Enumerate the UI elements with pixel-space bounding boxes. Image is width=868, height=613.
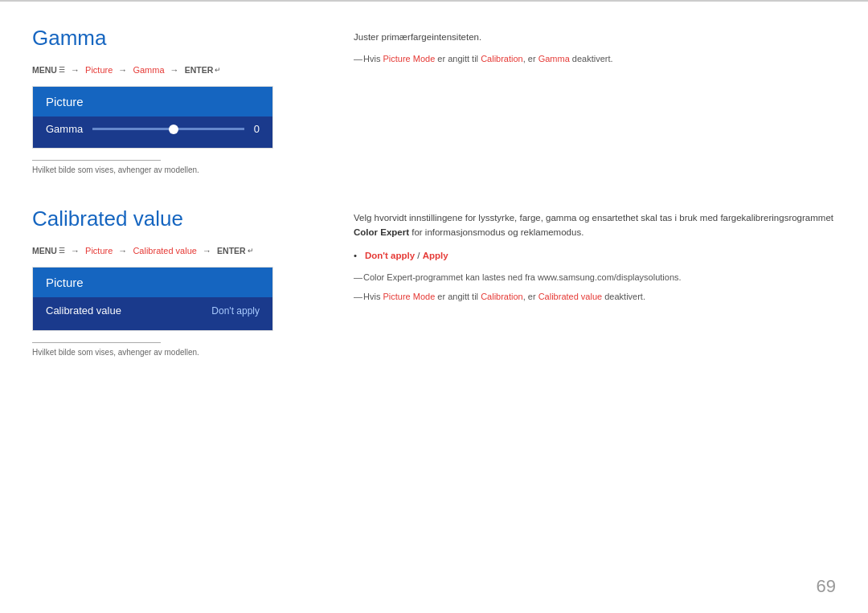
calibrated-bullet-list: Don't apply / Apply bbox=[354, 248, 836, 263]
gamma-menu-path: MENU ☰ → Picture → Gamma → ENTER ↵ bbox=[32, 65, 321, 75]
slider-thumb bbox=[169, 125, 178, 134]
calibrated-footnote-line bbox=[32, 342, 161, 343]
gamma-desc-text: Juster primærfargeintensiteten. bbox=[354, 32, 481, 42]
calibrated-bullet-item: Don't apply / Apply bbox=[354, 248, 836, 263]
gamma-left: Gamma MENU ☰ → Picture → Gamma → ENTER ↵… bbox=[32, 26, 321, 174]
gamma-menu-item: Gamma 0 bbox=[33, 116, 272, 141]
calibrated-title: Calibrated value bbox=[32, 206, 321, 231]
calibrated-right: Velg hvorvidt innstillingene for lysstyr… bbox=[354, 206, 836, 357]
cal-enter-icon: ↵ bbox=[248, 247, 254, 255]
note2-middle: er angitt til bbox=[435, 292, 481, 301]
enter-icon: ↵ bbox=[215, 66, 221, 74]
calibrated-footnote: Hvilket bilde som vises, avhenger av mod… bbox=[32, 348, 321, 357]
picture-link: Picture bbox=[85, 65, 113, 75]
content-area: Gamma MENU ☰ → Picture → Gamma → ENTER ↵… bbox=[0, 2, 868, 405]
dash-text-4: deaktivert. bbox=[570, 54, 613, 63]
arrow1: → bbox=[68, 65, 82, 75]
gamma-selected-bar bbox=[33, 141, 272, 148]
calibrated-note1: Color Expert-programmet kan lastes ned f… bbox=[354, 271, 836, 285]
gamma-item-label: Gamma bbox=[46, 123, 83, 135]
menu-label: MENU bbox=[32, 65, 57, 75]
calibrated-left: Calibrated value MENU ☰ → Picture → Cali… bbox=[32, 206, 321, 357]
gamma-desc-1: Juster primærfargeintensiteten. bbox=[354, 30, 836, 44]
gamma-dash-note: Hvis Picture Mode er angitt til Calibrat… bbox=[354, 52, 836, 67]
picture-mode-link-cal: Picture Mode bbox=[383, 292, 435, 301]
note2-middle2: , er bbox=[523, 292, 538, 301]
calibrated-text-start: Velg hvorvidt innstillingene for lysstyr… bbox=[354, 213, 833, 223]
color-expert-note: Color Expert bbox=[363, 272, 412, 282]
enter-label: ENTER bbox=[185, 65, 214, 75]
gamma-section: Gamma MENU ☰ → Picture → Gamma → ENTER ↵… bbox=[32, 26, 836, 174]
gamma-link: Gamma bbox=[133, 65, 164, 75]
calibration-link-cal: Calibration bbox=[481, 292, 523, 301]
calibrated-text-end: for informasjonsmodus og reklamemodus. bbox=[409, 227, 583, 237]
calibrated-tv-box: Picture Calibrated value Don't apply bbox=[32, 267, 273, 331]
menu-icon: ☰ bbox=[59, 66, 65, 74]
calibrated-item-label: Calibrated value bbox=[46, 304, 121, 317]
calibrated-section: Calibrated value MENU ☰ → Picture → Cali… bbox=[32, 206, 836, 357]
cal-arrow2: → bbox=[116, 246, 129, 255]
gamma-tv-box: Picture Gamma 0 bbox=[32, 86, 273, 149]
calibrated-desc: Velg hvorvidt innstillingene for lysstyr… bbox=[354, 210, 836, 240]
cal-menu-label: MENU bbox=[32, 246, 57, 255]
gamma-footnote-line bbox=[32, 160, 161, 161]
arrow2: → bbox=[116, 65, 129, 75]
apply-text: Apply bbox=[423, 251, 448, 260]
calibrated-tv-header: Picture bbox=[33, 268, 272, 297]
note2-start: Hvis bbox=[363, 292, 383, 301]
gamma-item-value: 0 bbox=[254, 123, 260, 135]
calibrated-note2: Hvis Picture Mode er angitt til Calibrat… bbox=[354, 290, 836, 304]
cal-enter-label: ENTER bbox=[217, 246, 246, 255]
note2-end: deaktivert. bbox=[602, 292, 645, 301]
note1-end: -programmet kan lastes ned fra www.samsu… bbox=[412, 272, 681, 282]
arrow3: → bbox=[168, 65, 182, 75]
gamma-title: Gamma bbox=[32, 26, 321, 51]
dash-text-2: er angitt til bbox=[435, 54, 481, 63]
calibrated-menu-path: MENU ☰ → Picture → Calibrated value → EN… bbox=[32, 246, 321, 255]
page-container: Gamma MENU ☰ → Picture → Gamma → ENTER ↵… bbox=[0, 0, 868, 613]
gamma-tv-header: Picture bbox=[33, 87, 272, 116]
calibrated-item-value: Don't apply bbox=[211, 305, 260, 317]
dont-apply-text: Don't apply bbox=[365, 251, 415, 260]
gamma-link-note: Gamma bbox=[538, 54, 570, 63]
separator-text: / bbox=[415, 251, 423, 260]
cal-value-link: Calibrated value bbox=[133, 246, 197, 255]
cal-picture-link: Picture bbox=[85, 246, 113, 255]
picture-mode-link-gamma: Picture Mode bbox=[383, 54, 435, 63]
gamma-slider[interactable] bbox=[92, 128, 244, 130]
calibrated-value-link-note: Calibrated value bbox=[538, 292, 603, 301]
calibrated-menu-item: Calibrated value Don't apply bbox=[33, 297, 272, 324]
page-number: 69 bbox=[817, 576, 836, 597]
cal-arrow1: → bbox=[68, 246, 82, 255]
cal-menu-icon: ☰ bbox=[59, 247, 65, 255]
calibrated-selected-bar bbox=[33, 324, 272, 330]
gamma-right: Juster primærfargeintensiteten. Hvis Pic… bbox=[354, 26, 836, 174]
cal-arrow3: → bbox=[200, 246, 214, 255]
dash-text-3: , er bbox=[523, 54, 538, 63]
color-expert-bold: Color Expert bbox=[354, 227, 409, 237]
calibration-link-gamma: Calibration bbox=[481, 54, 523, 63]
gamma-footnote: Hvilket bilde som vises, avhenger av mod… bbox=[32, 166, 321, 174]
dash-text-1: Hvis bbox=[363, 54, 383, 63]
